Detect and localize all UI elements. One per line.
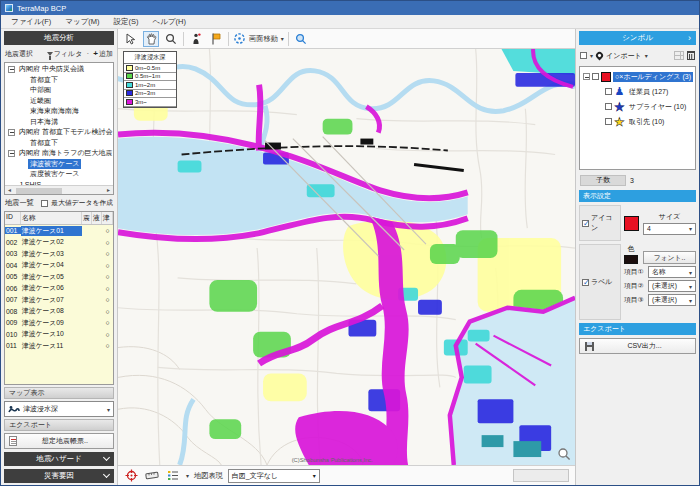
expander-icon[interactable] bbox=[8, 66, 15, 73]
label-checkbox[interactable] bbox=[582, 279, 589, 286]
pan-hand-tool-button[interactable] bbox=[143, 31, 159, 47]
table-row[interactable]: 010 津波ケース10 ○ bbox=[5, 329, 113, 341]
menu-item[interactable]: ファイル(F) bbox=[5, 16, 57, 28]
tree-node[interactable]: 首都直下 bbox=[5, 75, 113, 86]
pan-mode-dropdown[interactable]: 画面移動 ▾ bbox=[233, 32, 284, 45]
expander-icon[interactable] bbox=[583, 73, 590, 80]
map-canvas[interactable]: 津波浸水深 0m~0.5m 0.5m~1m bbox=[118, 49, 575, 465]
center-crosshair-button[interactable] bbox=[123, 468, 139, 484]
icon-size-select[interactable]: 4 ▾ bbox=[643, 223, 696, 235]
legend-swatch bbox=[126, 73, 133, 79]
table-row[interactable]: 009 津波ケース09 ○ bbox=[5, 317, 113, 329]
map-style-select[interactable]: 白図_文字なし ▾ bbox=[228, 469, 320, 483]
table-row[interactable]: 005 津波ケース05 ○ bbox=[5, 271, 113, 283]
chevron-down-icon: ▾ bbox=[689, 283, 692, 290]
icon-setting-cell: アイコン bbox=[579, 205, 621, 241]
table-row[interactable]: 001 津波ケース01 ○ bbox=[5, 225, 113, 237]
node-checkbox[interactable] bbox=[605, 118, 612, 125]
cursor-tool-button[interactable] bbox=[123, 31, 139, 47]
tree-node[interactable]: 内閣府 首都直下モデル検討会 bbox=[5, 127, 113, 138]
label-item-row: 項目② (未選択) ▾ bbox=[624, 280, 696, 292]
disaster-factor-section-header[interactable]: 災害要因 bbox=[4, 469, 114, 483]
menu-item[interactable]: ヘルプ(H) bbox=[147, 16, 192, 28]
tree-node[interactable]: 津波被害ケース bbox=[5, 159, 113, 170]
trash-icon[interactable] bbox=[687, 51, 695, 60]
map-display-section-header: マップ表示 bbox=[4, 387, 114, 399]
menu-item[interactable]: 設定(S) bbox=[108, 16, 145, 28]
filter-button[interactable]: フィルタ bbox=[47, 49, 83, 59]
map-pin-icon[interactable] bbox=[595, 51, 605, 61]
scroll-left-icon[interactable]: ◄ bbox=[5, 186, 14, 195]
flag-tool-button[interactable] bbox=[208, 31, 224, 47]
attribute-table-icon[interactable] bbox=[674, 51, 684, 60]
symbol-tree-node[interactable]: ♟ 従業員 (127) bbox=[580, 84, 695, 99]
layer-select[interactable]: 津波浸水深 ▾ bbox=[4, 401, 114, 417]
max-data-checkbox[interactable] bbox=[41, 200, 48, 207]
label-item-row: 項目① 名称 ▾ bbox=[624, 266, 696, 278]
earthquake-source-tree: 内閣府 中央防災会議 首都直下 中部圏 bbox=[4, 62, 114, 195]
add-button[interactable]: + 追加 bbox=[93, 49, 113, 59]
symbol-tree-node[interactable]: ★ 取引先 (10) bbox=[580, 114, 695, 129]
report-button[interactable]: 想定地震帳票.. bbox=[4, 433, 114, 449]
zoom-select-button[interactable] bbox=[293, 31, 309, 47]
icon-color-swatch[interactable] bbox=[624, 216, 639, 231]
tree-node-label: 首都直下 bbox=[28, 138, 60, 148]
legend-list-button[interactable] bbox=[165, 468, 181, 484]
expander-icon[interactable] bbox=[8, 150, 15, 157]
tree-node[interactable]: 東海東南海南海 bbox=[5, 106, 113, 117]
menu-item[interactable]: マップ(M) bbox=[59, 16, 105, 28]
hazard-section-header[interactable]: 地震ハザード bbox=[4, 452, 114, 466]
tree-node[interactable]: 日本海溝 bbox=[5, 117, 113, 128]
symbol-tree-node[interactable]: ○×ホールディングス (3) bbox=[580, 69, 695, 84]
separator-dot: ・ bbox=[84, 49, 91, 59]
column-header[interactable]: ID bbox=[5, 212, 21, 224]
tree-node[interactable]: 首都直下 bbox=[5, 138, 113, 149]
tree-node[interactable]: 近畿圏 bbox=[5, 96, 113, 107]
node-checkbox[interactable] bbox=[605, 103, 612, 110]
table-row[interactable]: 002 津波ケース02 ○ bbox=[5, 237, 113, 249]
measure-ruler-button[interactable] bbox=[144, 468, 160, 484]
column-header[interactable]: 液 bbox=[92, 212, 102, 224]
table-row[interactable]: 008 津波ケース08 ○ bbox=[5, 306, 113, 318]
table-row[interactable]: 011 津波ケース11 ○ bbox=[5, 340, 113, 352]
label-item-select[interactable]: 名称 ▾ bbox=[648, 266, 696, 278]
zoom-tool-button[interactable] bbox=[163, 31, 179, 47]
map-zoom-icon[interactable] bbox=[557, 447, 571, 461]
column-header[interactable]: 震 bbox=[82, 212, 92, 224]
label-color-swatch[interactable] bbox=[624, 255, 638, 264]
export-settings-header: エクスポート bbox=[579, 323, 696, 335]
tree-node[interactable]: 震度被害ケース bbox=[5, 169, 113, 180]
table-row[interactable]: 007 津波ケース07 ○ bbox=[5, 294, 113, 306]
tree-node[interactable]: 内閣府 中央防災会議 bbox=[5, 64, 113, 75]
tree-node[interactable]: 中部圏 bbox=[5, 85, 113, 96]
symbol-icon: ♟ bbox=[614, 86, 625, 97]
node-checkbox[interactable] bbox=[605, 88, 612, 95]
panel-header-symbol[interactable]: シンボル › bbox=[579, 31, 696, 45]
table-row[interactable]: 004 津波ケース04 ○ bbox=[5, 260, 113, 272]
symbol-tree-node[interactable]: ★ サプライヤー (10) bbox=[580, 99, 695, 114]
menu-bar: ファイル(F) マップ(M) 設定(S) ヘルプ(H) bbox=[1, 15, 699, 29]
import-button[interactable]: インポート bbox=[606, 51, 642, 61]
column-header[interactable]: 名称 bbox=[21, 212, 82, 224]
window-title: TerraMap BCP bbox=[17, 4, 66, 13]
table-header: ID 名称 震 液 津 bbox=[5, 212, 113, 225]
node-checkbox[interactable] bbox=[592, 73, 599, 80]
expander-icon[interactable] bbox=[8, 129, 15, 136]
scrollbar-thumb[interactable] bbox=[16, 188, 62, 194]
table-row[interactable]: 003 津波ケース03 ○ bbox=[5, 248, 113, 260]
table-row[interactable]: 006 津波ケース06 ○ bbox=[5, 283, 113, 295]
scroll-right-icon[interactable]: ► bbox=[104, 186, 113, 195]
visibility-checkbox[interactable] bbox=[580, 52, 587, 59]
person-select-button[interactable] bbox=[188, 31, 204, 47]
scale-display bbox=[513, 469, 569, 482]
font-button[interactable]: フォント.. bbox=[643, 251, 696, 264]
label-item-select[interactable]: (未選択) ▾ bbox=[648, 280, 696, 292]
panel-header-earthquake-analysis[interactable]: 地震分析 bbox=[4, 31, 114, 45]
icon-checkbox[interactable] bbox=[582, 220, 589, 227]
tree-node[interactable]: 内閣府 南海トラフの巨大地震モデル検討会 bbox=[5, 148, 113, 159]
depth-legend: 津波浸水深 0m~0.5m 0.5m~1m bbox=[123, 51, 177, 108]
horizontal-scrollbar[interactable]: ◄ ► bbox=[5, 185, 113, 194]
label-item-select[interactable]: (未選択) ▾ bbox=[648, 294, 696, 306]
column-header[interactable]: 津 bbox=[102, 212, 113, 224]
csv-export-button[interactable]: CSV出力... bbox=[579, 338, 696, 354]
